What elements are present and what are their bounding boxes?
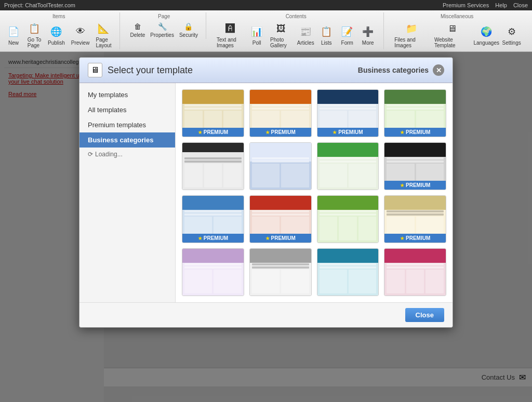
page-buttons: 🗑Delete 🔧Properties 🔒Security (128, 20, 200, 39)
sidebar-loading: ⟳ Loading... (79, 148, 175, 161)
modal-sidebar: My templates All templates Premium templ… (79, 83, 176, 302)
toolbar-group-misc: Miscellaneous 📁Files and Images 🖥Website… (392, 12, 528, 49)
website-template-btn[interactable]: 🖥Website Template (432, 20, 471, 49)
template-item-4[interactable]: ★PREMIUM (384, 89, 446, 137)
loading-text: Loading... (95, 151, 123, 158)
modal-header-category: Business categories (358, 66, 429, 74)
contents-buttons: 🅰Text and Images 📊Poll 🖼Photo Gallery 📰A… (215, 20, 377, 49)
template-thumb-15 (317, 249, 379, 296)
items-buttons: 📄New 📋Go ToPage 🌐Publish 👁Preview 📐PageL… (4, 20, 113, 49)
security-icon: 🔒 (183, 21, 194, 32)
page-layout-btn[interactable]: 📐PageLayout (94, 20, 113, 49)
toolbar-group-items: Items 📄New 📋Go ToPage 🌐Publish 👁Preview … (4, 12, 120, 49)
template-thumb-14 (250, 249, 311, 296)
sidebar-item-premium-templates[interactable]: Premium templates (79, 117, 175, 132)
template-thumb-7 (317, 143, 379, 190)
star-icon-9: ★ (198, 236, 202, 241)
publish-icon: 🌐 (49, 24, 63, 39)
premium-badge-10: ★PREMIUM (250, 234, 311, 243)
toolbar-group-page: Page 🗑Delete 🔧Properties 🔒Security (128, 12, 206, 39)
template-thumb-13 (182, 249, 244, 296)
preview-icon: 👁 (73, 24, 88, 39)
template-item-3[interactable]: ★PREMIUM (317, 89, 379, 137)
new-btn[interactable]: 📄New (4, 23, 23, 47)
template-thumb-16 (384, 249, 446, 296)
premium-badge-3: ★PREMIUM (317, 128, 379, 137)
text-images-icon: 🅰 (223, 21, 237, 36)
template-item-5[interactable] (182, 142, 244, 190)
modal-body: My templates All templates Premium templ… (79, 83, 453, 302)
page-label: Page (158, 14, 170, 19)
delete-btn[interactable]: 🗑Delete (128, 20, 147, 39)
help-btn[interactable]: Help (495, 2, 507, 8)
template-grid-container[interactable]: ★PREMIUM ★PREMIUM ★PREMIUM (176, 83, 453, 302)
form-btn[interactable]: 📝Form (338, 23, 356, 47)
contents-label: Contents (286, 14, 307, 19)
modal-header: 🖥 Select your template Business categori… (79, 58, 453, 83)
properties-btn[interactable]: 🔧Properties (149, 20, 176, 39)
articles-btn[interactable]: 📰Articles (296, 23, 315, 47)
template-item-14[interactable] (249, 248, 312, 296)
settings-btn[interactable]: ⚙Settings (501, 23, 522, 47)
template-item-9[interactable]: ★PREMIUM (182, 195, 244, 243)
photo-gallery-btn[interactable]: 🖼Photo Gallery (268, 20, 294, 49)
star-icon-10: ★ (265, 236, 270, 241)
modal-close-x-btn[interactable]: ✕ (433, 64, 444, 76)
preview-btn[interactable]: 👁Preview (69, 23, 92, 47)
more-icon: ➕ (361, 24, 375, 39)
close-top-btn[interactable]: Close (513, 2, 528, 8)
sidebar-item-all-templates[interactable]: All templates (79, 102, 175, 117)
settings-icon: ⚙ (504, 24, 519, 39)
premium-badge-2: ★PREMIUM (250, 128, 311, 137)
star-icon-4: ★ (400, 130, 404, 135)
template-item-8[interactable]: ★PREMIUM (384, 142, 446, 190)
premium-badge-12: ★PREMIUM (384, 234, 446, 243)
modal-overlay: 🖥 Select your template Business categori… (0, 52, 532, 402)
website-template-icon: 🖥 (445, 21, 459, 36)
poll-btn[interactable]: 📊Poll (247, 23, 266, 47)
photo-gallery-icon: 🖼 (274, 21, 288, 36)
template-item-12[interactable]: ★PREMIUM (384, 195, 446, 243)
template-item-7[interactable] (317, 142, 379, 190)
files-images-btn[interactable]: 📁Files and Images (392, 20, 430, 49)
template-thumb-6 (250, 143, 311, 190)
misc-buttons: 📁Files and Images 🖥Website Template 🌍Lan… (392, 20, 522, 49)
template-item-11[interactable] (317, 195, 379, 243)
items-label: Items (52, 14, 65, 19)
security-btn[interactable]: 🔒Security (178, 20, 200, 39)
sidebar-item-business-categories[interactable]: Business categories (79, 132, 175, 148)
template-item-13[interactable] (182, 248, 244, 296)
languages-btn[interactable]: 🌍Languages (473, 23, 499, 47)
sidebar-item-my-templates[interactable]: My templates (79, 87, 175, 102)
premium-badge-9: ★PREMIUM (182, 234, 244, 243)
publish-btn[interactable]: 🌐Publish (46, 23, 67, 47)
text-images-btn[interactable]: 🅰Text and Images (215, 20, 245, 49)
template-item-2[interactable]: ★PREMIUM (249, 89, 312, 137)
star-icon: ★ (198, 130, 202, 135)
delete-icon: 🗑 (132, 21, 143, 32)
modal-footer: Close (79, 302, 453, 327)
template-item-1[interactable]: ★PREMIUM (182, 89, 244, 137)
premium-services-btn[interactable]: Premium Services (443, 2, 489, 8)
project-label: Project: ChatToolTester.com (4, 2, 75, 8)
template-item-16[interactable] (384, 248, 446, 296)
template-item-15[interactable] (317, 248, 379, 296)
more-btn[interactable]: ➕More (358, 23, 377, 47)
star-icon-2: ★ (265, 130, 270, 135)
modal-close-btn[interactable]: Close (405, 308, 444, 322)
toolbar-group-contents: Contents 🅰Text and Images 📊Poll 🖼Photo G… (215, 12, 384, 49)
page-layout-icon: 📐 (96, 21, 111, 36)
goto-icon: 📋 (27, 21, 42, 36)
template-modal: 🖥 Select your template Business categori… (79, 57, 453, 328)
template-item-6[interactable] (249, 142, 312, 190)
misc-label: Miscellaneous (441, 14, 473, 19)
star-icon-3: ★ (332, 130, 337, 135)
modal-header-right: Business categories ✕ (358, 64, 444, 76)
lists-btn[interactable]: 📋Lists (317, 23, 336, 47)
articles-icon: 📰 (298, 24, 313, 39)
template-item-10[interactable]: ★PREMIUM (249, 195, 312, 243)
premium-badge-1: ★PREMIUM (182, 128, 244, 137)
new-icon: 📄 (6, 24, 21, 39)
modal-title-icon: 🖥 (88, 63, 102, 77)
goto-page-btn[interactable]: 📋Go ToPage (25, 20, 44, 49)
